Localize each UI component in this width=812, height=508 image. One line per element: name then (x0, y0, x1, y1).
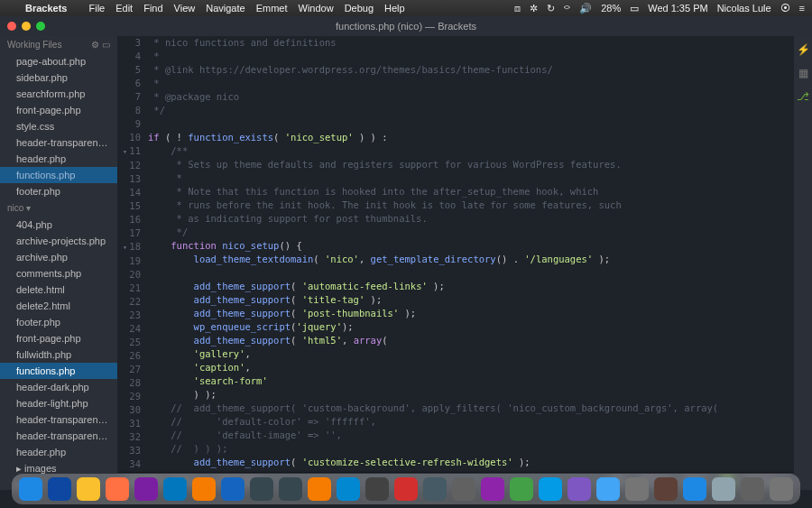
spotlight-icon[interactable]: ⦿ (780, 3, 790, 14)
dock-app[interactable] (712, 477, 735, 501)
dock-app[interactable] (221, 477, 245, 501)
right-toolbar: ⚡ ▦ ⎇ (794, 36, 812, 490)
project-file-item[interactable]: delete2.html (0, 298, 117, 314)
project-header[interactable]: nico ▾ (0, 199, 117, 217)
working-files-header[interactable]: Working Files ⚙ ▭ (0, 36, 117, 53)
project-file-item[interactable]: archive.php (0, 249, 117, 265)
working-file-item[interactable]: front-page.php (0, 102, 117, 118)
working-file-item[interactable]: page-about.php (0, 53, 117, 69)
notification-icon[interactable]: ≡ (799, 3, 805, 14)
zoom-button[interactable] (36, 22, 45, 31)
menu-debug[interactable]: Debug (345, 3, 374, 14)
code-area[interactable]: * nico functions and definitions * * @li… (148, 36, 794, 472)
project-file-item[interactable]: 404.php (0, 217, 117, 233)
git-icon[interactable]: ⎇ (797, 90, 809, 103)
project-file-item[interactable]: fullwidth.php (0, 346, 117, 363)
dock-app[interactable] (770, 477, 793, 501)
project-file-item[interactable]: footer.php (0, 314, 117, 330)
extensions-icon[interactable]: ▦ (797, 67, 809, 79)
gear-icon[interactable]: ⚙ ▭ (91, 40, 110, 50)
working-file-item[interactable]: footer.php (0, 183, 117, 199)
code-editor[interactable]: 345678910▾11121314151617▾181920212223242… (117, 36, 794, 472)
working-file-item[interactable]: header.php (0, 151, 117, 167)
battery-icon[interactable]: ▭ (630, 3, 639, 14)
project-file-item[interactable]: header-light.php (0, 395, 117, 411)
dock-app[interactable] (250, 477, 273, 501)
battery-percent[interactable]: 28% (601, 3, 621, 14)
project-file-item[interactable]: header-dark.php (0, 379, 117, 395)
menu-navigate[interactable]: Navigate (206, 3, 245, 14)
dock-app[interactable] (481, 477, 504, 501)
traffic-lights (0, 18, 52, 34)
menu-file[interactable]: File (88, 3, 105, 14)
project-file-item[interactable]: delete.html (0, 282, 117, 298)
dropbox-icon[interactable]: ⧈ (514, 3, 521, 14)
dock-app[interactable] (423, 477, 447, 501)
project-file-item[interactable]: front-page.php (0, 330, 117, 346)
working-file-item[interactable]: style.css (0, 118, 117, 134)
app-name[interactable]: Brackets (25, 3, 67, 14)
project-file-item[interactable]: functions.php (0, 363, 117, 379)
menu-emmet[interactable]: Emmet (256, 3, 288, 14)
menu-edit[interactable]: Edit (115, 3, 133, 14)
macos-dock (12, 474, 800, 504)
menu-view[interactable]: View (174, 3, 196, 14)
window-titlebar: functions.php (nico) — Brackets (0, 16, 812, 36)
dock-app[interactable] (192, 477, 216, 501)
volume-icon[interactable]: 🔊 (579, 3, 592, 14)
dock-app[interactable] (279, 477, 302, 501)
dock-app[interactable] (741, 477, 764, 501)
project-file-item[interactable]: archive-projects.php (0, 233, 117, 249)
working-file-item[interactable]: functions.php (0, 167, 117, 183)
project-label: nico ▾ (7, 203, 31, 213)
window-title: functions.php (nico) — Brackets (336, 21, 476, 32)
dock-app[interactable] (308, 477, 331, 501)
wifi-icon[interactable]: ⌔ (564, 3, 570, 14)
dock-app[interactable] (77, 477, 100, 501)
project-file-item[interactable]: comments.php (0, 265, 117, 282)
menu-help[interactable]: Help (384, 3, 405, 14)
dock-app[interactable] (683, 477, 706, 501)
clock[interactable]: Wed 1:35 PM (648, 3, 707, 14)
dock-app[interactable] (365, 477, 389, 501)
sidebar: Working Files ⚙ ▭ page-about.phpsidebar.… (0, 36, 117, 490)
sync-icon[interactable]: ↻ (547, 3, 555, 14)
menu-window[interactable]: Window (299, 3, 334, 14)
dock-app[interactable] (654, 477, 678, 501)
working-file-item[interactable]: header-transparent.php (0, 134, 117, 151)
dock-app[interactable] (134, 477, 158, 501)
project-file-item[interactable]: header.php (0, 444, 117, 460)
project-file-item[interactable]: header-transparent.php (0, 428, 117, 444)
close-button[interactable] (7, 22, 16, 31)
working-file-item[interactable]: sidebar.php (0, 69, 117, 86)
dock-app[interactable] (394, 477, 418, 501)
user-name[interactable]: Nicolas Lule (717, 3, 771, 14)
dock-app[interactable] (19, 477, 42, 501)
dock-app[interactable] (567, 477, 591, 501)
dock-app[interactable] (596, 477, 620, 501)
minimize-button[interactable] (22, 22, 31, 31)
working-file-item[interactable]: searchform.php (0, 86, 117, 102)
dock-app[interactable] (510, 477, 533, 501)
dock-app[interactable] (163, 477, 187, 501)
live-preview-icon[interactable]: ⚡ (797, 43, 809, 56)
dock-app[interactable] (625, 477, 649, 501)
dock-app[interactable] (452, 477, 475, 501)
evernote-icon[interactable]: ✲ (530, 3, 538, 14)
working-files-label: Working Files (7, 40, 61, 50)
line-gutter: 345678910▾11121314151617▾181920212223242… (117, 36, 148, 472)
project-file-item[interactable]: header-transparent-light.php (0, 411, 117, 428)
dock-app[interactable] (539, 477, 562, 501)
menu-find[interactable]: Find (143, 3, 162, 14)
dock-app[interactable] (106, 477, 129, 501)
dock-app[interactable] (337, 477, 360, 501)
dock-app[interactable] (48, 477, 71, 501)
macos-menubar: Brackets FileEditFindViewNavigateEmmetWi… (0, 0, 812, 16)
